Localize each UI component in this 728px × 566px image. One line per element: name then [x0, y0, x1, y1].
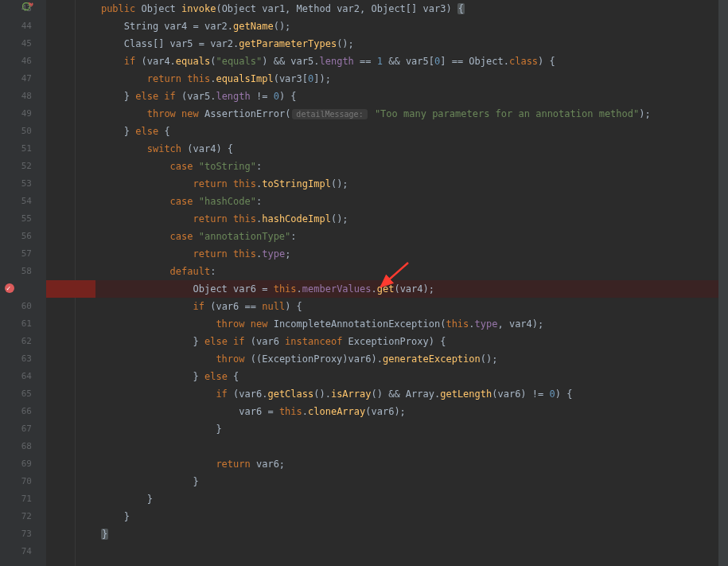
gutter-line[interactable]: 50	[0, 123, 32, 140]
gutter-line[interactable]: 46	[0, 53, 32, 70]
code-line[interactable]: }	[49, 525, 728, 543]
code-line[interactable]: Class[] var5 = var2.getParameterTypes();	[49, 35, 728, 53]
token: else	[135, 126, 164, 137]
token: (var6	[251, 336, 285, 347]
token: {	[164, 126, 169, 137]
gutter-line[interactable]: 49	[0, 105, 32, 123]
code-line[interactable]	[49, 438, 728, 455]
gutter-line[interactable]: 45	[0, 35, 32, 53]
token: )var6).	[342, 353, 383, 365]
code-line[interactable]: if (var6.getClass().isArray() && Array.g…	[49, 385, 728, 403]
gutter-line[interactable]: 68	[0, 438, 32, 455]
token: case	[170, 231, 199, 242]
line-gutter[interactable]: 4344454647484950515253545556575860616263…	[0, 0, 46, 566]
code-line[interactable]: } else if (var6 instanceof ExceptionProx…	[49, 333, 728, 350]
token: (var3[	[274, 73, 308, 84]
gutter-line[interactable]	[0, 280, 32, 298]
code-line[interactable]: var6 = this.cloneArray(var6);	[49, 403, 728, 420]
code-line[interactable]	[49, 543, 728, 560]
gutter-line[interactable]: 72	[0, 508, 32, 525]
code-line[interactable]: return var6;	[49, 455, 728, 473]
code-line[interactable]: if (var4.equals("equals") && var5.length…	[49, 53, 728, 70]
gutter-line[interactable]: 52	[0, 158, 32, 175]
gutter-line[interactable]: 61	[0, 315, 32, 333]
token: (var4) {	[187, 143, 233, 154]
gutter-line[interactable]: 63	[0, 350, 32, 368]
code-line[interactable]: throw new IncompleteAnnotationException(…	[49, 315, 728, 333]
token: throw	[216, 318, 250, 330]
token: type	[262, 248, 285, 260]
token: ==	[354, 56, 377, 67]
token: else	[204, 371, 233, 382]
code-line[interactable]: default:	[49, 263, 728, 280]
code-line[interactable]: switch (var4) {	[49, 140, 728, 158]
token: }	[101, 529, 108, 540]
code-line[interactable]: throw ((ExceptionProxy)var6).generateExc…	[49, 350, 728, 368]
scrollbar[interactable]	[718, 0, 728, 566]
token: && var5[	[383, 56, 434, 67]
code-area[interactable]: public Object invoke(Object var1, Method…	[46, 0, 728, 566]
code-line[interactable]: } else {	[49, 368, 728, 385]
gutter-line[interactable]: 70	[0, 473, 32, 490]
code-line[interactable]: }	[49, 490, 728, 508]
code-line[interactable]: return this.hashCodeImpl();	[49, 210, 728, 228]
code-line[interactable]: case "annotationType":	[49, 228, 728, 245]
gutter-line[interactable]: 73	[0, 525, 32, 543]
breakpoint-icon[interactable]	[5, 283, 14, 293]
override-icon[interactable]	[22, 2, 33, 14]
token: }	[193, 371, 204, 382]
token: get	[377, 283, 395, 295]
gutter-line[interactable]: 51	[0, 140, 32, 158]
gutter-line[interactable]: 67	[0, 420, 32, 438]
code-line[interactable]: throw new AssertionError(detailMessage: …	[49, 105, 728, 123]
code-line[interactable]: Object var6 = this.memberValues.get(var4…	[49, 280, 728, 298]
gutter-line[interactable]: 64	[0, 368, 32, 385]
token: ().	[313, 388, 331, 400]
gutter-line[interactable]: 47	[0, 70, 32, 88]
token: ) {	[285, 301, 302, 312]
code-line[interactable]: }	[49, 473, 728, 490]
code-line[interactable]: }	[49, 508, 728, 525]
code-line[interactable]: public Object invoke(Object var1, Method…	[49, 0, 728, 18]
token: memberValues	[302, 283, 372, 295]
gutter-line[interactable]: 62	[0, 333, 32, 350]
gutter-line[interactable]: 54	[0, 193, 32, 210]
gutter-line[interactable]: 55	[0, 210, 32, 228]
token: var6;	[256, 459, 285, 470]
token: case	[170, 161, 199, 172]
gutter-line[interactable]: 43	[0, 0, 32, 18]
code-line[interactable]: }	[49, 420, 728, 438]
gutter-line[interactable]: 58	[0, 263, 32, 280]
gutter-line[interactable]: 74	[0, 543, 32, 560]
code-line[interactable]: return this.equalsImpl(var3[0]);	[49, 70, 728, 88]
gutter-line[interactable]: 48	[0, 88, 32, 105]
token: "Too many parameters for an annotation m…	[375, 108, 639, 119]
gutter-line[interactable]: 65	[0, 385, 32, 403]
code-line[interactable]: return this.toStringImpl();	[49, 175, 728, 193]
token: ();	[331, 213, 348, 224]
code-line[interactable]: String var4 = var2.getName();	[49, 18, 728, 35]
token: isArray	[331, 388, 372, 400]
code-editor[interactable]: 4344454647484950515253545556575860616263…	[0, 0, 728, 566]
token: equals	[176, 56, 210, 67]
gutter-line[interactable]: 44	[0, 18, 32, 35]
gutter-line[interactable]: 66	[0, 403, 32, 420]
gutter-line[interactable]: 57	[0, 245, 32, 263]
code-line[interactable]: case "hashCode":	[49, 193, 728, 210]
gutter-line[interactable]: 71	[0, 490, 32, 508]
token: () && Array.	[372, 388, 441, 400]
token: .	[302, 406, 308, 417]
token: (var4);	[394, 283, 434, 295]
gutter-line[interactable]: 56	[0, 228, 32, 245]
gutter-line[interactable]: 53	[0, 175, 32, 193]
token: ();	[331, 178, 348, 189]
token: return	[193, 213, 234, 224]
code-line[interactable]: case "toString":	[49, 158, 728, 175]
gutter-line[interactable]: 69	[0, 455, 32, 473]
token: IncompleteAnnotationException	[274, 318, 441, 330]
gutter-line[interactable]: 60	[0, 298, 32, 315]
code-line[interactable]: } else {	[49, 123, 728, 140]
code-line[interactable]: if (var6 == null) {	[49, 298, 728, 315]
code-line[interactable]: } else if (var5.length != 0) {	[49, 88, 728, 105]
code-line[interactable]: return this.type;	[49, 245, 728, 263]
